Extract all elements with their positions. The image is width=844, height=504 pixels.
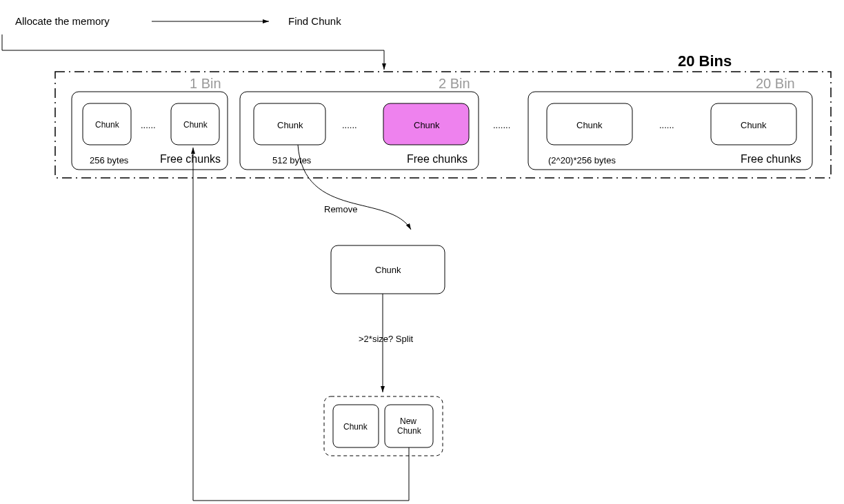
split-right-chunk-1: New [400,416,416,426]
svg-rect-13 [324,396,443,456]
bin2-size: 512 bytes [272,155,311,165]
find-chunk-label: Find Chunk [288,15,341,27]
bin20-free: Free chunks [741,153,801,165]
split-left-chunk: Chunk [343,422,368,432]
bin2-title: 2 Bin [439,76,470,92]
allocate-memory-label: Allocate the memory [15,15,110,27]
mid-chunk-label: Chunk [375,265,401,275]
diagram-canvas [0,0,844,504]
bin20-chunk-a: Chunk [576,120,603,130]
split-question: >2*size? Split [359,334,413,344]
bin20-chunk-b: Chunk [741,120,767,130]
bin2-dots: ...... [342,120,357,130]
bin1-dots: ...... [141,120,156,130]
bin1-chunk-a: Chunk [95,120,119,130]
bin1-title: 1 Bin [190,76,221,92]
bin20-dots: ...... [659,120,674,130]
bin2-chunk-a: Chunk [277,120,303,130]
bins-title: 20 Bins [678,52,732,70]
bin20-title: 20 Bin [756,76,795,92]
bin1-free: Free chunks [160,153,221,165]
bin20-size: (2^20)*256 bytes [548,155,616,165]
remove-label: Remove [324,204,357,214]
bin1-size: 256 bytes [90,155,128,165]
split-right-chunk-2: Chunk [397,426,421,436]
bin2-free: Free chunks [407,153,468,165]
bin2-chunk-b: Chunk [414,120,440,130]
bins-gap-dots: ....... [493,120,510,130]
bin1-chunk-b: Chunk [183,120,208,130]
